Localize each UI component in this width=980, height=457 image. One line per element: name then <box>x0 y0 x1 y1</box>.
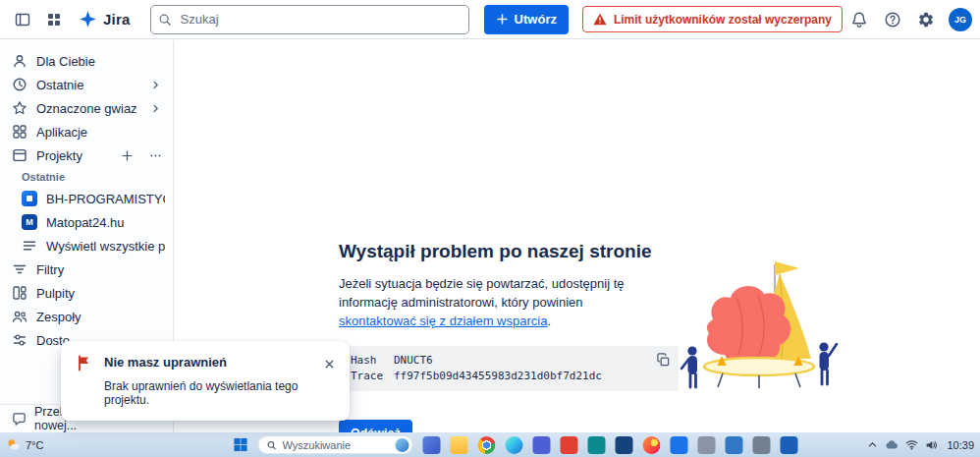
more-icon[interactable] <box>145 145 165 165</box>
edge-icon[interactable] <box>506 436 523 454</box>
global-search <box>150 5 469 34</box>
error-title: Wystąpił problem po naszej stronie <box>339 241 679 262</box>
gear-icon <box>917 11 935 29</box>
taskbar-clock[interactable]: 10:39 <box>945 439 974 451</box>
taskbar-app-icon[interactable] <box>671 436 688 454</box>
settings-app-icon[interactable] <box>753 436 771 454</box>
sidebar-item-filters[interactable]: Filtry <box>0 257 173 281</box>
app-switcher-button[interactable] <box>39 5 69 34</box>
help-button[interactable] <box>878 5 907 34</box>
sidebar-item-label: Matopat24.hu <box>46 215 165 230</box>
sidebar-item-label: Dla Ciebie <box>36 54 165 69</box>
warning-triangle-icon <box>593 13 607 26</box>
cloud-icon[interactable] <box>885 439 898 450</box>
sidebar-item-projects[interactable]: Projekty <box>0 143 173 167</box>
user-limit-warning-button[interactable]: Limit użytkowników został wyczerpany <box>582 6 843 32</box>
system-tray: 10:39 <box>867 439 974 451</box>
search-input[interactable] <box>150 5 469 34</box>
chevron-up-icon[interactable] <box>867 439 878 450</box>
toast-title: Nie masz uprawnień <box>104 355 309 370</box>
sidebar-item-teams[interactable]: Zespoły <box>0 305 173 328</box>
sidebar-project-matopat[interactable]: M Matopat24.hu <box>0 210 173 234</box>
project-avatar <box>22 191 37 206</box>
sidebar-toggle-button[interactable] <box>8 5 37 34</box>
question-circle-icon <box>884 11 901 29</box>
panel-left-icon <box>15 12 30 28</box>
clock-icon <box>12 77 27 92</box>
search-icon <box>158 13 172 27</box>
error-trace-row: Traceff97f5b09d43455983d231d0bf7d21dc <box>351 369 667 384</box>
sidebar-project-bh[interactable]: BH-PROGRAMISTYCZ... <box>0 187 173 210</box>
chrome-icon[interactable] <box>478 436 496 454</box>
sidebar-item-label: Oznaczone gwiazdką <box>36 101 136 116</box>
error-hash-row: HashDNUCT6 <box>351 353 667 369</box>
sidebar-item-label: Pulpity <box>36 286 165 301</box>
taskbar-app-icon[interactable] <box>698 436 716 454</box>
user-avatar[interactable]: JG <box>949 8 972 31</box>
taskbar-app-icon[interactable] <box>423 436 441 454</box>
taskbar-app-icon[interactable] <box>561 436 578 454</box>
chevron-right-icon[interactable] <box>145 98 165 118</box>
weather-sun-icon <box>6 437 21 452</box>
taskbar-center: Wyszukiwanie <box>234 435 798 454</box>
firefox-icon[interactable] <box>643 436 661 454</box>
grid-icon <box>12 124 27 140</box>
sidebar-view-all-projects[interactable]: Wyświetl wszystkie pr... <box>0 234 173 257</box>
wifi-icon[interactable] <box>905 439 918 450</box>
plus-icon <box>496 13 509 26</box>
permission-toast: Nie masz uprawnień Brak uprawnień do wyś… <box>61 341 350 421</box>
chevron-right-icon[interactable] <box>145 75 165 94</box>
jira-logo-icon <box>79 10 97 29</box>
settings-button[interactable] <box>911 5 941 34</box>
toast-body: Nie masz uprawnień Brak uprawnień do wyś… <box>104 355 309 407</box>
jira-logo[interactable]: Jira <box>79 10 131 29</box>
taskbar-search[interactable]: Wyszukiwanie <box>258 435 413 454</box>
taskbar-app-icon[interactable] <box>588 436 606 454</box>
error-description-end: . <box>547 314 551 328</box>
sidebar-item-label: BH-PROGRAMISTYCZ... <box>46 192 165 206</box>
hash-label: Hash <box>351 353 394 369</box>
windows-taskbar: 7°C Wyszukiwanie <box>0 432 980 457</box>
taskbar-app-icon[interactable] <box>726 436 743 454</box>
taskbar-app-icon[interactable] <box>781 436 798 454</box>
create-button[interactable]: Utwórz <box>484 5 569 34</box>
error-description: Jeżeli sytuacja będzie się powtarzać, ud… <box>339 274 659 330</box>
jira-logo-text: Jira <box>103 11 131 28</box>
trace-value: ff97f5b09d43455983d231d0bf7d21dc <box>394 370 602 382</box>
trace-label: Trace <box>351 369 394 384</box>
file-explorer-icon[interactable] <box>451 436 468 454</box>
search-highlight-thumbnail <box>396 438 409 452</box>
sidebar-item-starred[interactable]: Oznaczone gwiazdką <box>0 96 173 120</box>
hash-value: DNUCT6 <box>394 354 433 367</box>
sidebar-item-label: Aplikacje <box>36 125 165 140</box>
project-avatar: M <box>22 214 37 230</box>
support-link[interactable]: skontaktować się z działem wsparcia <box>339 314 547 328</box>
list-icon <box>22 238 37 254</box>
taskbar-app-icon[interactable] <box>533 436 551 454</box>
sidebar-item-label: Wyświetl wszystkie pr... <box>46 239 165 254</box>
taskbar-weather-widget[interactable]: 7°C <box>6 437 43 452</box>
create-button-label: Utwórz <box>515 12 557 27</box>
bell-icon <box>850 11 868 29</box>
speech-bubble-icon <box>12 412 27 427</box>
star-icon <box>12 100 27 116</box>
sidebar-item-label: Ostatnie <box>36 78 136 92</box>
app-grid-icon <box>46 12 62 28</box>
sidebar-item-apps[interactable]: Aplikacje <box>0 120 173 143</box>
people-icon <box>12 309 27 324</box>
customize-icon <box>12 332 27 348</box>
toast-close-button[interactable] <box>321 355 338 372</box>
volume-icon[interactable] <box>925 439 938 451</box>
sidebar-item-recent[interactable]: Ostatnie <box>0 73 173 96</box>
sidebar-item-dashboards[interactable]: Pulpity <box>0 281 173 305</box>
sidebar-item-for-you[interactable]: Dla Ciebie <box>0 49 173 73</box>
windows-start-button[interactable] <box>234 437 248 452</box>
sidebar-item-label: Zespoły <box>36 310 165 324</box>
error-description-text: Jeżeli sytuacja będzie się powtarzać, ud… <box>339 276 625 310</box>
notifications-button[interactable] <box>844 5 874 34</box>
add-project-button[interactable] <box>117 145 136 165</box>
sidebar-item-label: Filtry <box>36 262 165 277</box>
taskbar-app-icon[interactable] <box>616 436 633 454</box>
error-panel: Wystąpił problem po naszej stronie Jeżel… <box>339 241 679 447</box>
sidebar-item-label: Projekty <box>36 148 108 163</box>
